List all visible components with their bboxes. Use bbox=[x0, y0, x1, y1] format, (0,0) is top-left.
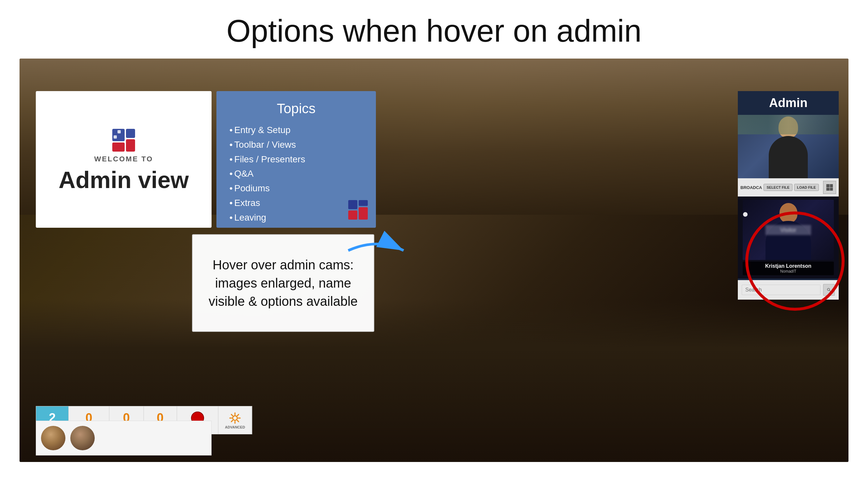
topics-title: Topics bbox=[229, 101, 363, 117]
topic-item-2: Toolbar / Views bbox=[229, 138, 363, 152]
search-button[interactable] bbox=[823, 284, 835, 296]
advanced-label: ADVANCED bbox=[225, 425, 245, 429]
broadcast-section: BROADCA SELECT FILE LOAD FILE bbox=[738, 178, 839, 196]
topics-list: Entry & Setup Toolbar / Views Files / Pr… bbox=[229, 123, 363, 225]
select-file-button[interactable]: SELECT FILE bbox=[764, 184, 792, 191]
svg-line-22 bbox=[231, 414, 233, 416]
svg-line-25 bbox=[231, 420, 233, 422]
magnifier-icon bbox=[827, 287, 831, 293]
topic-item-5: Podiums bbox=[229, 181, 363, 196]
topic-item-1: Entry & Setup bbox=[229, 123, 363, 138]
admin-header: Admin bbox=[738, 91, 839, 115]
svg-rect-6 bbox=[348, 200, 358, 209]
kristjan-name-tag: Kristjan Lorentson NomadIT bbox=[743, 262, 834, 275]
svg-rect-12 bbox=[826, 188, 830, 191]
kristjan-name: Kristjan Lorentson bbox=[748, 263, 829, 269]
topic-item-6: Extras bbox=[229, 196, 363, 210]
svg-rect-4 bbox=[114, 135, 117, 139]
avatar-1[interactable] bbox=[41, 426, 65, 450]
topics-logo-icon bbox=[347, 198, 369, 221]
load-file-button[interactable]: LOAD FILE bbox=[794, 184, 819, 191]
search-input[interactable] bbox=[742, 285, 820, 295]
svg-line-24 bbox=[237, 414, 239, 416]
admin-view-label: Admin view bbox=[59, 167, 189, 193]
admin-video bbox=[738, 115, 839, 178]
kristjan-video: Visitor bbox=[743, 200, 834, 260]
svg-rect-2 bbox=[126, 139, 135, 152]
gear-icon bbox=[228, 412, 242, 425]
svg-rect-9 bbox=[348, 210, 358, 220]
svg-point-14 bbox=[827, 288, 830, 291]
topic-item-7: Leaving bbox=[229, 210, 363, 225]
search-area bbox=[738, 280, 839, 300]
svg-point-17 bbox=[233, 416, 237, 420]
svg-rect-8 bbox=[359, 207, 368, 220]
welcome-panel: WELCOME TO Admin view bbox=[36, 91, 212, 228]
main-slide: WELCOME TO Admin view Topics Entry & Set… bbox=[20, 59, 848, 462]
broadcast-label: BROADCA bbox=[740, 185, 762, 190]
participants-area bbox=[36, 421, 212, 455]
topics-panel: Topics Entry & Setup Toolbar / Views Fil… bbox=[216, 91, 376, 228]
admin-body bbox=[769, 136, 808, 178]
svg-rect-3 bbox=[112, 142, 125, 152]
svg-rect-11 bbox=[830, 184, 833, 187]
blurred-text: Visitor bbox=[766, 225, 811, 235]
topic-item-3: Files / Presenters bbox=[229, 152, 363, 167]
hover-annotation-text: Hover over admin cams: images enlarged, … bbox=[199, 256, 367, 311]
kristjan-company: NomadIT bbox=[748, 269, 829, 273]
svg-rect-10 bbox=[826, 184, 830, 187]
advanced-tab[interactable]: ADVANCED bbox=[218, 406, 252, 434]
avatar-2[interactable] bbox=[70, 426, 95, 450]
page-title: Options when hover on admin bbox=[0, 0, 868, 59]
svg-line-15 bbox=[829, 290, 831, 292]
welcome-to-label: WELCOME TO bbox=[94, 155, 153, 163]
svg-line-23 bbox=[237, 420, 239, 422]
logo-icon bbox=[109, 126, 138, 155]
topic-item-4: Q&A bbox=[229, 167, 363, 181]
svg-rect-7 bbox=[359, 200, 368, 206]
broadcast-view-icon bbox=[826, 184, 834, 191]
kristjan-head bbox=[779, 203, 797, 223]
svg-rect-13 bbox=[830, 188, 833, 191]
svg-rect-1 bbox=[126, 129, 135, 138]
admin-panel: Admin BROADCA SELECT FILE LOAD FILE bbox=[738, 91, 839, 286]
svg-rect-5 bbox=[118, 130, 121, 133]
kristjan-video-section[interactable]: Visitor Kristjan Lorentson NomadIT bbox=[738, 196, 839, 279]
blue-arrow bbox=[345, 231, 410, 270]
